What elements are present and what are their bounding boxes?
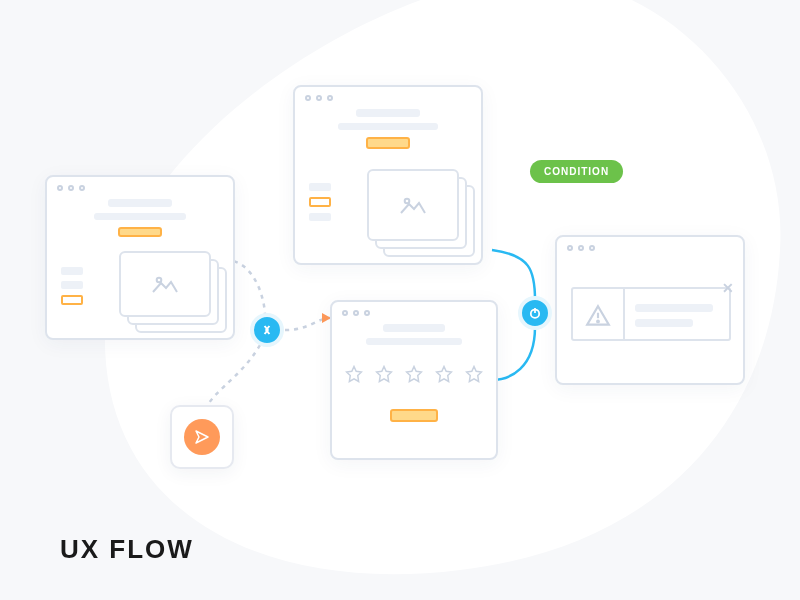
- merge-icon: [259, 322, 275, 338]
- window-traffic-lights: [332, 302, 496, 316]
- alert-line-1: [635, 304, 713, 312]
- option-3[interactable]: [309, 213, 331, 221]
- subtitle-stub: [338, 123, 438, 130]
- power-icon: [528, 306, 542, 320]
- window-traffic-lights: [295, 87, 481, 101]
- image-stack: [119, 251, 211, 317]
- diagram-title: UX FLOW: [60, 534, 194, 565]
- option-1[interactable]: [61, 267, 83, 275]
- subtitle-stub: [366, 338, 462, 345]
- condition-badge: CONDITION: [530, 160, 623, 183]
- send-button[interactable]: [184, 419, 220, 455]
- close-icon[interactable]: ✕: [722, 280, 738, 296]
- wireframe-alert: ✕: [555, 235, 745, 385]
- window-traffic-lights: [557, 237, 743, 251]
- option-1[interactable]: [309, 183, 331, 191]
- star-rating[interactable]: [332, 365, 496, 383]
- star-icon: [405, 365, 423, 383]
- wireframe-left-gallery: [45, 175, 235, 340]
- submit-button[interactable]: [390, 409, 438, 422]
- title-stub: [108, 199, 172, 207]
- subtitle-stub: [94, 213, 186, 220]
- merge-node[interactable]: [250, 313, 284, 347]
- wireframe-top-gallery: [293, 85, 483, 265]
- warning-icon: [585, 303, 611, 329]
- conditional-node[interactable]: [518, 296, 552, 330]
- alert-line-2: [635, 319, 693, 327]
- star-icon: [375, 365, 393, 383]
- title-stub: [356, 109, 420, 117]
- option-3-selected[interactable]: [61, 295, 83, 305]
- image-icon: [151, 274, 179, 294]
- wireframe-rating: [330, 300, 498, 460]
- window-traffic-lights: [47, 177, 233, 191]
- star-icon: [435, 365, 453, 383]
- cta-button[interactable]: [118, 227, 162, 237]
- ux-flow-diagram: CONDITION ✕ UX FLOW: [0, 0, 800, 600]
- option-2-selected[interactable]: [309, 197, 331, 207]
- star-icon: [465, 365, 483, 383]
- cta-button[interactable]: [366, 137, 410, 149]
- title-stub: [383, 324, 445, 332]
- image-stack: [367, 169, 459, 241]
- send-action-card[interactable]: [170, 405, 234, 469]
- image-icon: [399, 195, 427, 215]
- star-icon: [345, 365, 363, 383]
- send-icon: [193, 428, 211, 446]
- svg-point-4: [405, 199, 410, 204]
- svg-point-5: [597, 321, 599, 323]
- option-2[interactable]: [61, 281, 83, 289]
- svg-point-3: [157, 278, 162, 283]
- alert-dialog: ✕: [571, 287, 731, 341]
